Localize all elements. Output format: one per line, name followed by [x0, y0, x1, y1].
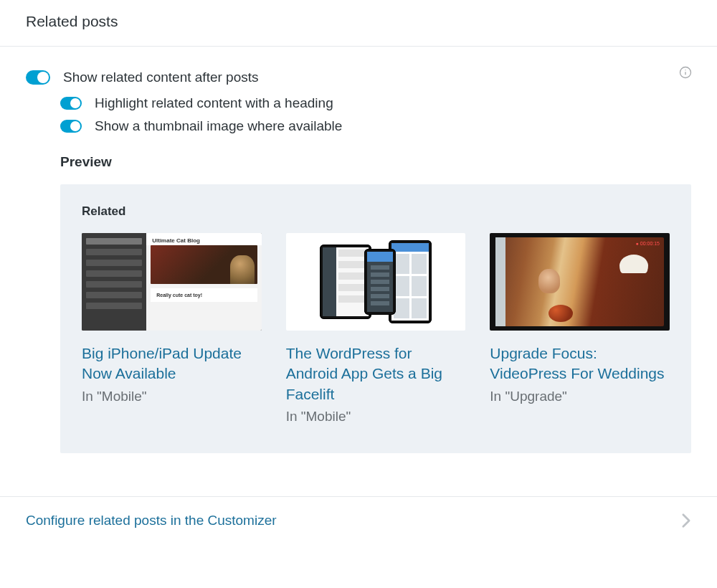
highlight-heading-toggle[interactable]: [60, 97, 82, 110]
preview-heading: Preview: [60, 154, 691, 170]
settings-body: Show related content after posts Highlig…: [0, 47, 717, 496]
post-thumbnail: ● 00:00:15: [490, 233, 670, 331]
post-thumbnail: Ultimate Cat Blog Really cute cat toy!: [82, 233, 262, 331]
footer-link-label: Configure related posts in the Customize…: [26, 513, 277, 528]
preview-cards: Ultimate Cat Blog Really cute cat toy! B…: [82, 233, 670, 425]
sub-toggle-row: Highlight related content with a heading: [60, 95, 691, 111]
show-thumbnail-toggle[interactable]: [60, 120, 82, 133]
thumb-caption: Really cute cat toy!: [151, 288, 257, 302]
show-related-content-toggle[interactable]: [26, 70, 50, 85]
chevron-right-icon: [681, 513, 691, 528]
main-toggle-row: Show related content after posts: [26, 70, 691, 85]
info-icon[interactable]: [678, 65, 693, 80]
thumb-caption: Ultimate Cat Blog: [146, 233, 261, 245]
sub-toggle-label: Show a thumbnail image where available: [95, 118, 342, 134]
related-posts-panel: Related posts Show related content after…: [0, 0, 717, 544]
related-post-card[interactable]: Ultimate Cat Blog Really cute cat toy! B…: [82, 233, 262, 425]
post-category: In "Upgrade": [490, 389, 670, 404]
post-title: The WordPress for Android App Gets a Big…: [286, 343, 466, 404]
preview-box: Related Ultimate Cat Blog Really cute ca…: [60, 184, 691, 453]
related-post-card[interactable]: The WordPress for Android App Gets a Big…: [286, 233, 466, 425]
post-title: Big iPhone/iPad Update Now Available: [82, 343, 262, 384]
preview-label: Related: [82, 204, 670, 219]
section-title: Related posts: [0, 0, 717, 47]
post-title: Upgrade Focus: VideoPress For Weddings: [490, 343, 670, 384]
sub-toggle-row: Show a thumbnail image where available: [60, 118, 691, 134]
sub-toggle-label: Highlight related content with a heading: [95, 95, 333, 111]
post-thumbnail: [286, 233, 466, 331]
main-toggle-label: Show related content after posts: [63, 70, 259, 85]
configure-customizer-link[interactable]: Configure related posts in the Customize…: [0, 496, 717, 544]
svg-point-2: [685, 70, 685, 70]
related-post-card[interactable]: ● 00:00:15 Upgrade Focus: VideoPress For…: [490, 233, 670, 425]
post-category: In "Mobile": [82, 389, 262, 404]
post-category: In "Mobile": [286, 409, 466, 425]
